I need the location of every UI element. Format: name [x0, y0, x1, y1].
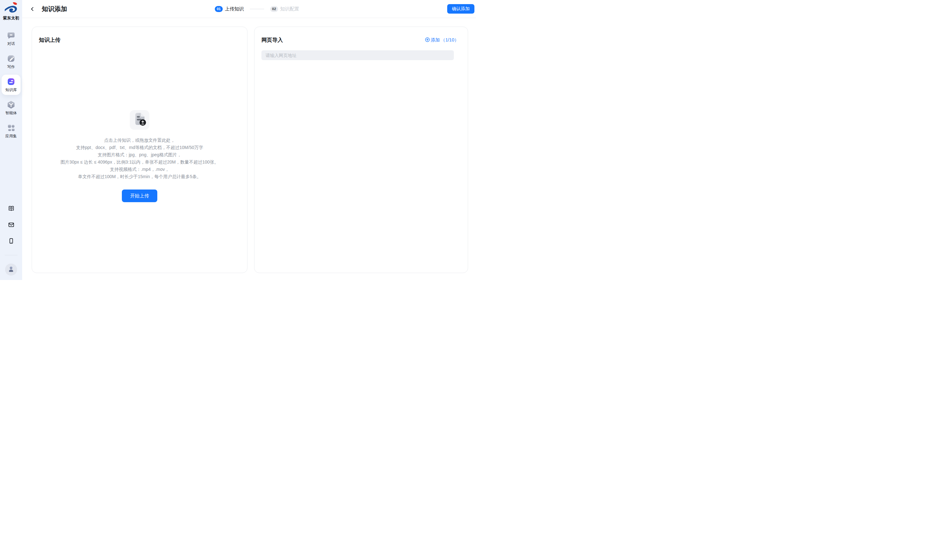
- sidebar-item-label: 知识库: [5, 87, 17, 93]
- mail-icon: [8, 224, 15, 229]
- start-upload-button[interactable]: 开始上传: [122, 190, 157, 202]
- book-icon: [8, 208, 15, 213]
- upload-instruction-line: 支持图片格式：jpg、png、jpeg格式图片，: [60, 151, 218, 159]
- confirm-add-button[interactable]: 确认添加: [447, 4, 474, 14]
- document-upload-icon: [131, 111, 148, 129]
- web-import-title: 网页导入: [261, 36, 283, 44]
- agent-icon: [7, 100, 15, 109]
- upload-instruction-line: 支持视频格式：.mp4，.mov，: [60, 166, 218, 173]
- sidebar-nav: 对话 写作: [2, 28, 20, 141]
- upload-instruction-line: 单文件不超过100M，时长少于15min，每个用户总计最多5条。: [60, 173, 218, 180]
- add-url-button[interactable]: 添加（1/10）: [425, 37, 459, 43]
- web-import-header: 网页导入 添加（1/10）: [255, 27, 468, 44]
- brand-name: 紫东太初: [3, 15, 19, 21]
- knowledge-icon: [7, 77, 15, 86]
- add-url-label: 添加: [431, 37, 440, 43]
- topbar: 知识添加 01 上传知识 02 知识配置 确认添加: [22, 0, 476, 18]
- sidebar-item-label: 写作: [7, 64, 15, 69]
- step-2-badge: 02: [270, 6, 278, 12]
- upload-panel-title: 知识上传: [39, 36, 247, 44]
- main-area: 知识添加 01 上传知识 02 知识配置 确认添加 知识上传: [22, 0, 476, 280]
- avatar[interactable]: [5, 264, 17, 276]
- sidebar-item-apps[interactable]: 应用集: [2, 121, 20, 141]
- upload-instruction-line: 点击上传知识，或拖放文件置此处，: [60, 137, 218, 144]
- phone-icon: [8, 241, 15, 245]
- app-root: 紫东太初 对话: [0, 0, 476, 280]
- writing-icon: [7, 54, 15, 63]
- mobile-button[interactable]: [8, 238, 15, 244]
- sidebar-footer: [5, 205, 17, 280]
- plus-circle-icon: [425, 37, 430, 43]
- upload-instruction-line: 支持ppt、docx、pdf、txt、md等格式的文档，不超过10M/50万字: [60, 144, 218, 151]
- docs-button[interactable]: [8, 205, 15, 212]
- upload-instruction-line: 图片30px ≤ 边长 ≤ 4096px，比例3:1以内，单张不超过20M，数量…: [60, 159, 218, 166]
- step-connector: [250, 9, 264, 9]
- url-input[interactable]: [261, 50, 454, 60]
- mail-button[interactable]: [8, 221, 15, 228]
- upload-icon-box: [130, 110, 149, 130]
- page-title: 知识添加: [42, 5, 67, 13]
- step-1-label: 上传知识: [225, 6, 244, 12]
- sidebar-item-label: 应用集: [5, 134, 17, 139]
- upload-dropzone[interactable]: 点击上传知识，或拖放文件置此处， 支持ppt、docx、pdf、txt、md等格…: [32, 110, 247, 202]
- brand-logo: 紫东太初: [3, 2, 19, 21]
- back-button[interactable]: [29, 6, 36, 12]
- step-1-badge: 01: [215, 6, 223, 12]
- sidebar: 紫东太初 对话: [0, 0, 22, 280]
- user-avatar-icon: [8, 265, 15, 274]
- step-2-label: 知识配置: [280, 6, 299, 12]
- brand-logo-icon: [4, 2, 18, 15]
- chat-icon: [7, 31, 15, 40]
- content: 知识上传: [22, 18, 476, 280]
- upload-instructions: 点击上传知识，或拖放文件置此处， 支持ppt、docx、pdf、txt、md等格…: [60, 137, 218, 180]
- sidebar-item-label: 智能体: [5, 110, 17, 116]
- add-url-count: （1/10）: [441, 37, 459, 43]
- sidebar-item-writing[interactable]: 写作: [2, 52, 20, 72]
- sidebar-item-label: 对话: [7, 41, 15, 46]
- sidebar-item-knowledge[interactable]: 知识库: [2, 75, 20, 95]
- step-indicator: 01 上传知识 02 知识配置: [215, 6, 300, 12]
- sidebar-divider: [5, 255, 17, 255]
- chevron-left-icon: [30, 8, 35, 12]
- sidebar-item-agent[interactable]: 智能体: [2, 98, 20, 118]
- sidebar-item-chat[interactable]: 对话: [2, 28, 20, 49]
- apps-icon: [7, 124, 15, 132]
- knowledge-upload-panel: 知识上传: [32, 26, 247, 273]
- web-import-panel: 网页导入 添加（1/10）: [254, 26, 468, 273]
